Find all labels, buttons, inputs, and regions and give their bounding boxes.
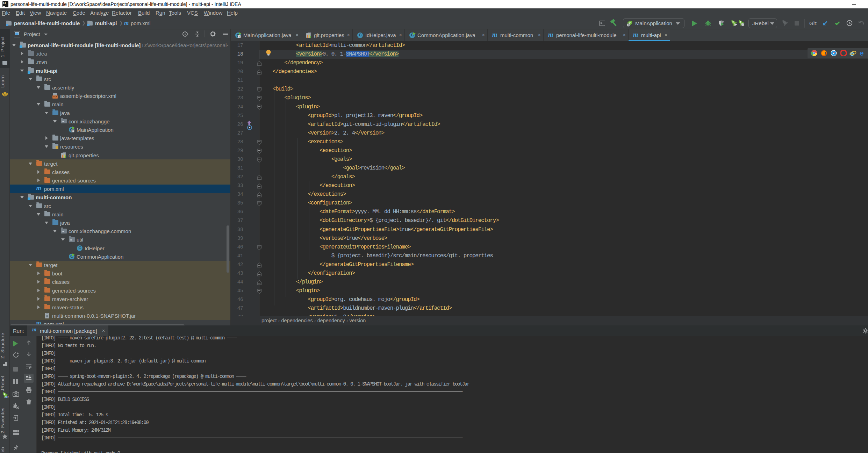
svg-text:JR: JR [5,395,9,398]
svg-text:e: e [860,49,864,57]
